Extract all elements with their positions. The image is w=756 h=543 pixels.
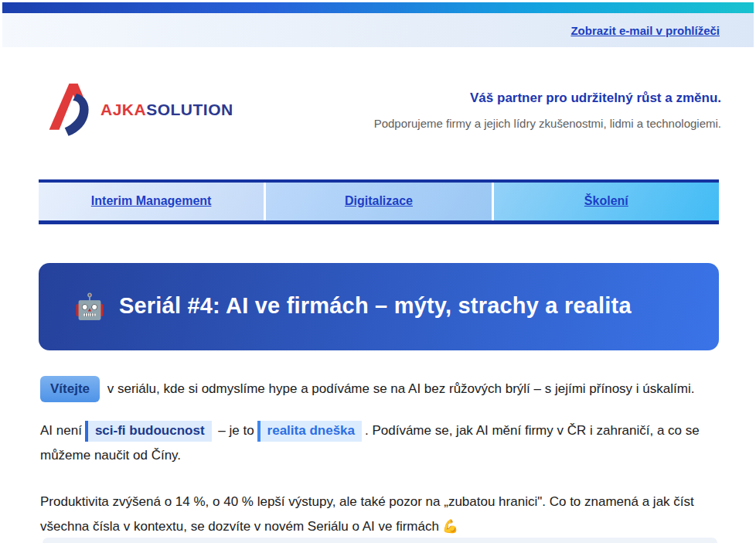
view-in-browser-link[interactable]: Zobrazit e-mail v prohlížeči — [570, 24, 720, 37]
email-header: AJKASOLUTION Váš partner pro udržitelný … — [0, 47, 756, 151]
banner-title: Seriál #4: AI ve firmách – mýty, strachy… — [119, 293, 632, 319]
top-gradient-bar — [2, 2, 754, 13]
company-logo[interactable]: AJKASOLUTION — [48, 83, 233, 137]
reality-text-middle: – je to — [215, 423, 254, 438]
nav-link-skoleni[interactable]: Školení — [584, 194, 628, 207]
logo-text-ajka: AJKA — [100, 101, 146, 118]
nav-link-digitalizace[interactable]: Digitalizace — [345, 194, 413, 207]
productivity-paragraph: Produktivita zvýšená o 14 %, o 40 % lepš… — [40, 490, 719, 538]
next-section-edge — [43, 538, 717, 543]
scifi-highlight: sci-fi budoucnost — [85, 421, 212, 442]
intro-paragraph-text: v seriálu, kde si odmyslíme hype a podív… — [104, 381, 694, 396]
reality-highlight: realita dneška — [257, 421, 362, 442]
intro-paragraph: Vítejte v seriálu, kde si odmyslíme hype… — [40, 376, 719, 402]
reality-text-start: AI není — [40, 423, 82, 438]
flexed-biceps-icon: 💪 — [442, 519, 458, 534]
productivity-text: Produktivita zvýšená o 14 %, o 40 % lepš… — [40, 494, 694, 533]
logo-text-solution: SOLUTION — [146, 101, 233, 118]
nav-item-skoleni[interactable]: Školení — [494, 183, 719, 220]
email-page: Zobrazit e-mail v prohlížeči AJKASOLUTIO… — [0, 0, 756, 543]
nav-bar: Interim Management Digitalizace Školení — [39, 179, 719, 224]
header-tagline-block: Váš partner pro udržitelný růst a změnu.… — [374, 90, 721, 130]
header-subtitle: Podporujeme firmy a jejich lídry zkušeno… — [374, 117, 721, 130]
view-in-browser-strip: Zobrazit e-mail v prohlížeči — [2, 13, 754, 47]
nav-item-interim-management[interactable]: Interim Management — [39, 183, 264, 220]
welcome-highlight: Vítejte — [40, 376, 100, 402]
nav-link-interim-management[interactable]: Interim Management — [91, 194, 212, 207]
robot-emoji-icon: 🤖 — [74, 294, 105, 319]
series-banner: 🤖 Seriál #4: AI ve firmách – mýty, strac… — [39, 263, 719, 350]
ajka-logo-icon — [48, 83, 93, 137]
logo-wordmark: AJKASOLUTION — [100, 101, 233, 119]
nav-item-digitalizace[interactable]: Digitalizace — [266, 183, 491, 220]
header-tagline: Váš partner pro udržitelný růst a změnu. — [374, 90, 721, 106]
reality-paragraph: AI nenísci-fi budoucnost – je torealita … — [40, 418, 719, 467]
